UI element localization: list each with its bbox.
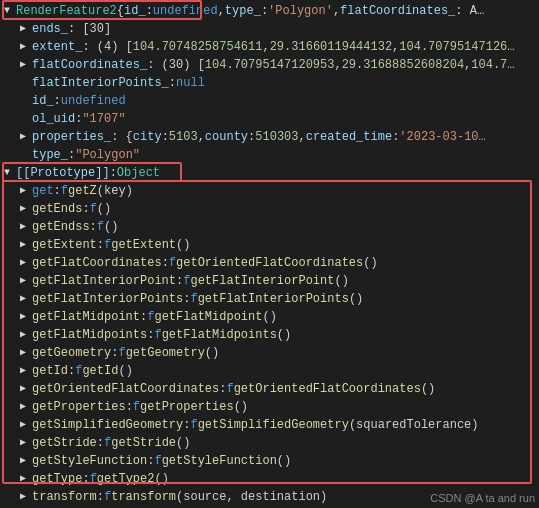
code-token: undefined [61, 92, 126, 110]
code-token: : [82, 470, 89, 488]
code-token: f [190, 416, 197, 434]
code-token: getFlatInteriorPoints [32, 290, 183, 308]
code-token: transform [111, 488, 176, 506]
expand-arrow[interactable] [20, 272, 32, 290]
expand-arrow[interactable] [4, 164, 16, 182]
code-token: getStyleFunction [162, 452, 277, 470]
code-line-line8: type_: "Polygon" [4, 146, 535, 164]
code-line-line7: properties_: {city: 5103, county: 510303… [4, 128, 535, 146]
devtools-panel: RenderFeature2 {id_: undefined, type_: '… [0, 0, 539, 508]
expand-arrow[interactable] [4, 2, 16, 20]
code-token: 510303 [255, 128, 298, 146]
code-token: : [54, 92, 61, 110]
code-token: f [61, 182, 68, 200]
code-line-line16: getFlatInteriorPoints: f getFlatInterior… [4, 290, 535, 308]
code-token: () [154, 470, 168, 488]
code-token: f [154, 452, 161, 470]
code-token: getFlatMidpoints [32, 326, 147, 344]
code-token: : [162, 128, 169, 146]
code-token: getFlatInteriorPoint [32, 272, 176, 290]
code-line-line3: flatCoordinates_: (30) [104.707951471209… [4, 56, 535, 74]
code-token: : [140, 308, 147, 326]
code-line-line18: getFlatMidpoints: f getFlatMidpoints() [4, 326, 535, 344]
code-token: getStyleFunction [32, 452, 147, 470]
code-token: "1707" [82, 110, 125, 128]
expand-arrow[interactable] [20, 38, 32, 56]
expand-arrow[interactable] [20, 344, 32, 362]
code-token: (source, destination) [176, 488, 327, 506]
code-token: getStride [111, 434, 176, 452]
code-token: () [234, 398, 248, 416]
expand-arrow[interactable] [20, 380, 32, 398]
expand-arrow[interactable] [20, 56, 32, 74]
code-token: type_ [225, 2, 261, 20]
code-token: getFlatMidpoints [162, 326, 277, 344]
code-token: (squaredTolerance) [349, 416, 479, 434]
code-token: : [97, 236, 104, 254]
expand-arrow[interactable] [20, 20, 32, 38]
code-token: getType2 [97, 470, 155, 488]
code-line-line25: getStyleFunction: f getStyleFunction() [4, 452, 535, 470]
code-token: f [118, 344, 125, 362]
code-token: : (30) [ [147, 56, 205, 74]
expand-arrow[interactable] [20, 218, 32, 236]
expand-arrow[interactable] [20, 434, 32, 452]
code-token: : [82, 200, 89, 218]
code-token: getId [82, 362, 118, 380]
code-token: : [162, 254, 169, 272]
code-line-line13: getExtent: f getExtent() [4, 236, 535, 254]
expand-arrow[interactable] [20, 326, 32, 344]
expand-arrow[interactable] [20, 128, 32, 146]
code-token: : [147, 326, 154, 344]
code-token: getFlatCoordinates [32, 254, 162, 272]
code-token: Object [117, 164, 160, 182]
expand-arrow[interactable] [20, 308, 32, 326]
code-token: f [133, 398, 140, 416]
code-line-line17: getFlatMidpoint: f getFlatMidpoint() [4, 308, 535, 326]
code-token: flatInteriorPoints_ [32, 74, 169, 92]
code-token: : [169, 74, 176, 92]
code-token: getStride [32, 434, 97, 452]
code-token: : [146, 2, 153, 20]
code-token: getOrientedFlatCoordinates [234, 380, 421, 398]
code-token: type_ [32, 146, 68, 164]
code-token: transform [32, 488, 97, 506]
code-token: () [277, 452, 291, 470]
code-token: f [183, 272, 190, 290]
code-token: getFlatInteriorPoint [190, 272, 334, 290]
expand-arrow[interactable] [20, 488, 32, 506]
expand-arrow[interactable] [20, 470, 32, 488]
code-token: : [97, 488, 104, 506]
code-token: , [464, 56, 471, 74]
expand-arrow[interactable] [20, 416, 32, 434]
code-token: county [205, 128, 248, 146]
expand-arrow[interactable] [20, 182, 32, 200]
code-token: : (4) [ [82, 38, 132, 56]
code-line-line9: [[Prototype]]: Object [4, 164, 535, 182]
code-token: getId [32, 362, 68, 380]
arrow-spacer [20, 92, 32, 110]
code-token: , [218, 2, 225, 20]
expand-arrow[interactable] [20, 254, 32, 272]
code-token: () [118, 362, 132, 380]
code-token: f [104, 434, 111, 452]
code-token: () [176, 236, 190, 254]
code-token: () [205, 344, 219, 362]
code-line-line24: getStride: f getStride() [4, 434, 535, 452]
code-token: properties_ [32, 128, 111, 146]
expand-arrow[interactable] [20, 236, 32, 254]
code-token: 29.31660119444132 [270, 38, 392, 56]
code-line-line26: getType: f getType2() [4, 470, 535, 488]
code-token: () [277, 326, 291, 344]
code-token: : [219, 380, 226, 398]
code-token: 'Polygon' [268, 2, 333, 20]
expand-arrow[interactable] [20, 290, 32, 308]
expand-arrow[interactable] [20, 398, 32, 416]
expand-arrow[interactable] [20, 452, 32, 470]
code-token: ol_uid [32, 110, 75, 128]
expand-arrow[interactable] [20, 362, 32, 380]
expand-arrow[interactable] [20, 200, 32, 218]
code-line-line19: getGeometry: f getGeometry() [4, 344, 535, 362]
code-token: , [333, 2, 340, 20]
code-token: getFlatMidpoint [32, 308, 140, 326]
